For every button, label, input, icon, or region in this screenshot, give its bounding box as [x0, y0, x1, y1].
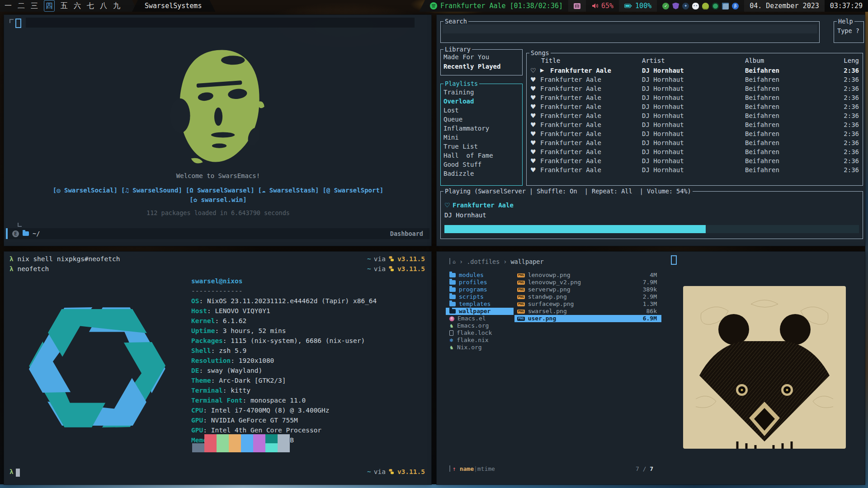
breadcrumb[interactable]: ⌂›.dotfiles›wallpaper [453, 258, 544, 265]
workspace-8[interactable]: 八 [100, 0, 107, 11]
dir-item[interactable]: ♞Nix.org [446, 344, 514, 351]
clock-module[interactable]: 03:37:29 [825, 0, 868, 12]
breadcrumb-segment[interactable]: wallpaper [510, 258, 543, 265]
song-row[interactable]: ♥Frankfurter AaleDJ HornhautBeifahren2:3… [527, 165, 863, 174]
volume-module[interactable]: 65% [586, 0, 619, 12]
playlist-item[interactable]: Hall of Fame [441, 151, 522, 160]
folder-icon [449, 309, 456, 314]
song-row[interactable]: ♥Frankfurter AaleDJ HornhautBeifahren2:3… [527, 156, 863, 165]
file-row[interactable]: PNGsurfacewp.png1.3M [514, 300, 661, 308]
date-module[interactable]: 04. Dezember 2023 [744, 0, 825, 12]
heart-icon[interactable]: ♥ [530, 120, 536, 129]
heart-icon[interactable]: ♥ [530, 102, 536, 111]
heart-icon[interactable]: ♥ [530, 93, 536, 102]
workspace-4[interactable]: 四 [44, 0, 55, 12]
dir-item[interactable]: profiles [446, 279, 514, 286]
progress-bar[interactable] [444, 225, 859, 233]
heart-icon[interactable]: ♥ [530, 138, 536, 147]
shell-prompt[interactable]: λ [9, 468, 14, 475]
search-input[interactable] [443, 24, 817, 33]
checkmark-icon[interactable]: ✓ [662, 3, 669, 9]
music-player-window: Search Help Type ? Library Made For YouR… [436, 14, 865, 246]
dir-item[interactable]: scripts [446, 293, 514, 300]
song-row[interactable]: ♥Frankfurter AaleDJ HornhautBeifahren2:3… [527, 75, 863, 84]
battery-module[interactable]: 100% [619, 0, 657, 12]
song-column-header[interactable]: Album [745, 57, 764, 64]
workspace-1[interactable]: 一 [5, 0, 12, 11]
heart-icon[interactable]: ♥ [530, 156, 536, 165]
playlist-item[interactable]: Lost [441, 106, 522, 115]
workspace-9[interactable]: 九 [113, 0, 120, 11]
steam-icon[interactable]: ✦ [682, 3, 689, 9]
home-icon[interactable]: ⌂ [453, 259, 456, 264]
dir-item[interactable]: eEmacs.el [446, 315, 514, 322]
file-row[interactable]: PNGuser.png6.9M [514, 315, 661, 322]
file-row[interactable]: PNGswarsel.png86k [514, 308, 661, 315]
song-row[interactable]: ♥Frankfurter AaleDJ HornhautBeifahren2:3… [527, 102, 863, 111]
dashboard-button-swarselstash[interactable]: [☁ SwarselStash] [258, 187, 319, 194]
shield-icon[interactable] [672, 3, 679, 9]
heart-icon[interactable]: ♥ [530, 147, 536, 156]
heart-icon[interactable]: ♥ [530, 165, 536, 174]
playlist-item[interactable]: Badizzle [441, 169, 522, 178]
dir-item[interactable]: modules [446, 272, 514, 279]
now-playing-module[interactable]: Frankfurter Aale [01:38/02:36] [419, 0, 568, 12]
file-row[interactable]: PNGlenovowp.png4M [514, 272, 661, 279]
playlist-item[interactable]: True List [441, 142, 522, 151]
heart-icon[interactable]: ♥ [530, 129, 536, 138]
song-column-header[interactable]: Leng [844, 57, 859, 64]
dir-item[interactable]: templates [446, 300, 514, 308]
song-row[interactable]: ♥Frankfurter AaleDJ HornhautBeifahren2:3… [527, 111, 863, 120]
workspace-3[interactable]: 三 [31, 0, 38, 11]
song-row[interactable]: ♥Frankfurter AaleDJ HornhautBeifahren2:3… [527, 138, 863, 147]
workspace-6[interactable]: 六 [74, 0, 81, 11]
workspace-7[interactable]: 七 [87, 0, 94, 11]
song-row[interactable]: ♡▶Frankfurter AaleDJ HornhautBeifahren2:… [527, 66, 863, 75]
library-item[interactable]: Made For You [441, 52, 522, 62]
dir-item[interactable]: flake.lock [446, 329, 514, 337]
dashboard-button-swarselsocial[interactable]: [◎ SwarselSocial] [53, 187, 118, 194]
playlist-item[interactable]: Overload [441, 97, 522, 106]
dir-item[interactable]: ♞Emacs.org [446, 322, 514, 329]
breadcrumb-segment[interactable]: .dotfiles [467, 258, 500, 265]
sort-status[interactable]: ↑ name|mtime [453, 465, 495, 472]
song-column-header[interactable]: Title [541, 57, 560, 64]
library-item[interactable]: Recently Played [441, 62, 522, 71]
workspace-switcher[interactable]: 一二三四五六七八九 [0, 0, 138, 12]
song-row[interactable]: ♥Frankfurter AaleDJ HornhautBeifahren2:3… [527, 129, 863, 138]
dir-item[interactable]: programs [446, 286, 514, 293]
file-row[interactable]: PNGstandwp.png2.9M [514, 293, 661, 300]
heart-icon[interactable]: ♥ [530, 84, 536, 93]
playlist-item[interactable]: Inflammatory [441, 124, 522, 133]
dashboard-button-swarselswarsel[interactable]: [Ω SwarselSwarsel] [186, 187, 255, 194]
song-row[interactable]: ♥Frankfurter AaleDJ HornhautBeifahren2:3… [527, 93, 863, 102]
file-row[interactable]: PNGlenovowp_v2.png7.9M [514, 279, 661, 286]
dashboard-button-swarselsport[interactable]: [@ SwarselSport] [322, 187, 383, 194]
heart-icon[interactable]: ♥ [530, 111, 536, 120]
heart-icon[interactable]: ♡ [444, 202, 450, 209]
song-column-header[interactable]: Artist [642, 57, 665, 64]
heart-icon[interactable]: ♡ [530, 66, 536, 75]
playlist-item[interactable]: Queue [441, 115, 522, 124]
dir-item[interactable]: ❄flake.nix [446, 337, 514, 344]
bluetooth-icon[interactable]: β [732, 3, 739, 9]
song-row[interactable]: ♥Frankfurter AaleDJ HornhautBeifahren2:3… [527, 120, 863, 129]
dashboard-button-swarselsound[interactable]: [♫ SwarselSound] [121, 187, 182, 194]
playlist-item[interactable]: Good Stuff [441, 160, 522, 169]
song-row[interactable]: ♥Frankfurter AaleDJ HornhautBeifahren2:3… [527, 84, 863, 93]
playlist-item[interactable]: Training [441, 88, 522, 97]
dir-item[interactable]: wallpaper [446, 308, 514, 315]
file-row[interactable]: PNGserverwp.png389k [514, 286, 661, 293]
organ-module[interactable] [568, 0, 586, 12]
network-icon[interactable] [712, 3, 719, 9]
workspace-5[interactable]: 五 [61, 0, 68, 11]
discord-icon[interactable]: •• [692, 3, 699, 9]
playlist-item[interactable]: Mini [441, 133, 522, 142]
palette-swatch [192, 434, 204, 443]
display-icon[interactable] [722, 3, 729, 9]
dashboard-button-swarsel-win[interactable]: [✿ swarsel.win] [189, 196, 246, 203]
workspace-2[interactable]: 二 [18, 0, 25, 11]
heart-icon[interactable]: ♥ [530, 75, 536, 84]
turtle-icon[interactable] [702, 3, 709, 9]
song-row[interactable]: ♥Frankfurter AaleDJ HornhautBeifahren2:3… [527, 147, 863, 156]
